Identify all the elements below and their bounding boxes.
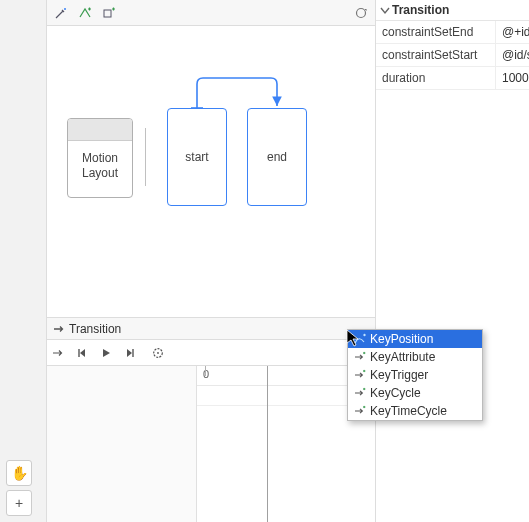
menu-item-keycycle[interactable]: KeyCycle — [348, 384, 482, 402]
arrow-add-icon — [354, 369, 366, 381]
playhead[interactable] — [267, 366, 268, 522]
property-row[interactable]: constraintSetStart @id/star — [376, 44, 529, 67]
timeline-body[interactable]: 0 1 — [47, 366, 375, 522]
collapse-icon[interactable] — [380, 5, 390, 15]
property-key: constraintSetEnd — [376, 21, 496, 43]
timeline-gutter — [47, 366, 197, 522]
svg-point-2 — [357, 8, 366, 17]
menu-item-keytimecycle[interactable]: KeyTimeCycle — [348, 402, 482, 420]
property-row[interactable]: constraintSetEnd @+id/en — [376, 21, 529, 44]
timeline-toolbar — [47, 340, 375, 366]
arrow-add-icon — [354, 405, 366, 417]
property-row[interactable]: duration 1000 — [376, 67, 529, 90]
add-key-menu: KeyPosition KeyAttribute KeyTrigger KeyC… — [347, 329, 483, 421]
transition-title: Transition — [69, 322, 121, 336]
arrow-add-icon — [354, 351, 366, 363]
play-icon[interactable] — [99, 346, 113, 360]
menu-item-label: KeyAttribute — [370, 350, 435, 364]
editor-toolbar — [47, 0, 375, 26]
menu-item-keyattribute[interactable]: KeyAttribute — [348, 348, 482, 366]
add-button[interactable]: + — [6, 490, 32, 516]
transition-arrow[interactable] — [47, 26, 377, 318]
loop-icon[interactable] — [151, 346, 165, 360]
property-value[interactable]: @+id/en — [496, 21, 529, 43]
prev-frame-icon[interactable] — [75, 346, 89, 360]
properties-panel: Transition constraintSetEnd @+id/en cons… — [376, 0, 529, 522]
svg-point-0 — [64, 8, 66, 10]
menu-item-label: KeyTrigger — [370, 368, 428, 382]
menu-item-keyposition[interactable]: KeyPosition — [348, 330, 482, 348]
motion-canvas[interactable]: Motion Layout start end — [47, 26, 375, 318]
menu-item-keytrigger[interactable]: KeyTrigger — [348, 366, 482, 384]
ruler-tick-mark — [205, 366, 206, 376]
transition-section-header[interactable]: Transition — [47, 318, 375, 340]
svg-rect-1 — [104, 10, 111, 17]
plus-icon: + — [15, 495, 23, 511]
add-keyframe-icon[interactable] — [77, 5, 93, 21]
properties-header[interactable]: Transition — [376, 0, 529, 21]
arrow-right-icon — [53, 323, 65, 335]
pan-button[interactable]: ✋ — [6, 460, 32, 486]
property-key: constraintSetStart — [376, 44, 496, 66]
menu-item-label: KeyPosition — [370, 332, 433, 346]
properties-title: Transition — [392, 3, 449, 17]
property-value[interactable]: 1000 — [496, 67, 529, 89]
arrow-add-icon — [354, 387, 366, 399]
wand-icon[interactable] — [53, 5, 69, 21]
cycle-icon[interactable] — [353, 5, 369, 21]
curve-add-icon — [354, 333, 366, 345]
property-key: duration — [376, 67, 496, 89]
add-frame-icon[interactable] — [101, 5, 117, 21]
menu-item-label: KeyCycle — [370, 386, 421, 400]
go-start-icon[interactable] — [51, 346, 65, 360]
hand-icon: ✋ — [11, 465, 28, 481]
svg-point-4 — [157, 352, 159, 354]
property-value[interactable]: @id/star — [496, 44, 529, 66]
menu-item-label: KeyTimeCycle — [370, 404, 447, 418]
next-frame-icon[interactable] — [123, 346, 137, 360]
ruler-tick-0: 0 — [203, 368, 209, 380]
